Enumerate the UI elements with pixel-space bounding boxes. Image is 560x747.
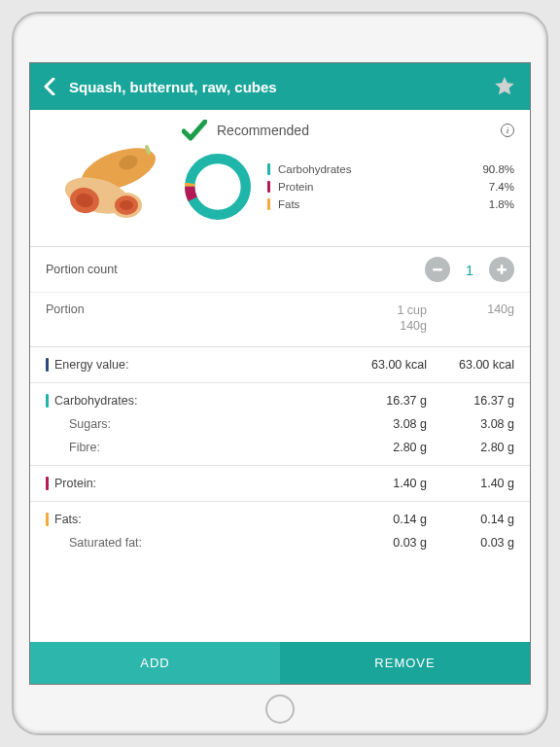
device-frame: Squash, butternut, raw, cubes: [12, 12, 548, 735]
legend-item: Protein 7.4%: [267, 181, 514, 193]
macro-breakdown: Carbohydrates 90.8% Protein 7.4% Fats: [182, 151, 514, 223]
legend-color-icon: [267, 198, 270, 210]
content: Recommended i: [30, 110, 530, 684]
table-row: Protein: 1.40 g 1.40 g: [30, 472, 530, 495]
svg-point-8: [120, 200, 133, 210]
minus-button[interactable]: [425, 257, 450, 282]
table-row: Fibre: 2.80 g 2.80 g: [30, 436, 530, 459]
portion-count-label: Portion count: [46, 263, 425, 276]
screen: Squash, butternut, raw, cubes: [29, 62, 531, 685]
nutrition-table: Energy value: 63.00 kcal 63.00 kcal Carb…: [30, 347, 530, 560]
home-button[interactable]: [265, 694, 295, 724]
macro-legend: Carbohydrates 90.8% Protein 7.4% Fats: [267, 163, 514, 210]
back-icon[interactable]: [44, 78, 55, 95]
info-icon[interactable]: i: [501, 124, 514, 137]
quantity-stepper: 1: [425, 257, 514, 282]
portion-count-row: Portion count 1: [30, 247, 530, 293]
portion-total: 140g: [427, 302, 514, 316]
category-bar-icon: [46, 394, 49, 408]
portion-label: Portion: [46, 302, 320, 316]
legend-color-icon: [267, 163, 270, 175]
portion-unit: 1 cup 140g: [320, 302, 427, 335]
category-bar-icon: [46, 358, 49, 372]
svg-rect-14: [501, 265, 504, 274]
category-bar-icon: [46, 477, 49, 490]
macro-ring-chart: [182, 151, 254, 223]
table-row: Energy value: 63.00 kcal 63.00 kcal: [30, 353, 530, 376]
favorite-icon[interactable]: [493, 75, 516, 98]
portion-count-value: 1: [466, 262, 473, 278]
portion-row[interactable]: Portion 1 cup 140g 140g: [30, 293, 530, 347]
header-bar: Squash, butternut, raw, cubes: [30, 63, 530, 110]
svg-rect-12: [433, 268, 442, 271]
table-row: Carbohydrates: 16.37 g 16.37 g: [30, 389, 530, 412]
add-button[interactable]: ADD: [30, 642, 280, 684]
table-row: Sugars: 3.08 g 3.08 g: [30, 412, 530, 436]
recommended-row: Recommended i: [182, 120, 514, 151]
svg-point-9: [190, 159, 246, 215]
recommended-label: Recommended: [217, 123, 491, 138]
remove-button[interactable]: REMOVE: [280, 642, 530, 684]
legend-color-icon: [267, 181, 270, 193]
legend-item: Fats 1.8%: [267, 198, 514, 210]
summary-section: Recommended i: [30, 110, 530, 247]
category-bar-icon: [46, 513, 49, 526]
footer-actions: ADD REMOVE: [30, 642, 530, 684]
check-icon: [182, 120, 207, 141]
page-title: Squash, butternut, raw, cubes: [69, 79, 479, 95]
legend-item: Carbohydrates 90.8%: [267, 163, 514, 175]
food-image: [46, 120, 172, 232]
plus-button[interactable]: [489, 257, 514, 282]
table-row: Saturated fat: 0.03 g 0.03 g: [30, 531, 530, 554]
table-row: Fats: 0.14 g 0.14 g: [30, 508, 530, 531]
